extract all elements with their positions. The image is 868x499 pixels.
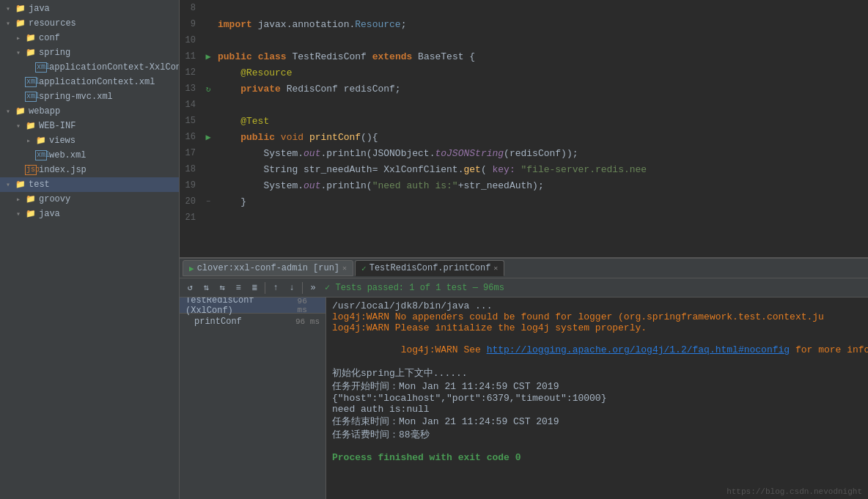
sidebar-label-views: views — [49, 136, 76, 146]
sidebar-label-resources: resources — [29, 18, 76, 29]
console-line-3: log4j:WARN Please initialize the log4j s… — [332, 322, 862, 333]
console-line-5: 初始化spring上下文中...... — [332, 366, 862, 380]
code-line-10: 10 — [180, 32, 868, 48]
sidebar-item-conf[interactable]: ▸ 📁 conf — [0, 31, 179, 45]
jsp-icon-indexjsp: jsp — [25, 165, 37, 175]
line-num-8: 8 — [180, 3, 202, 13]
gutter-11: ▶ — [202, 51, 215, 62]
line-content-17: System.out.println(JSONObject.toJSONStri… — [215, 148, 868, 159]
line-num-11: 11 — [180, 51, 202, 62]
console-line-6: 任务开始时间：Mon Jan 21 11:24:59 CST 2019 — [332, 380, 862, 393]
test-method-time: 96 ms — [295, 317, 320, 326]
tab-run[interactable]: ▶ clover:xxl-conf-admin [run] ✕ — [183, 260, 353, 276]
main-layout: ▾ 📁 java ▾ 📁 resources ▸ 📁 conf ▾ 📁 spri… — [0, 0, 868, 499]
code-lines: 8 9 import javax.annotation.Resource; 10 — [180, 0, 868, 226]
toolbar-align-btn[interactable]: ≡ — [231, 281, 246, 295]
line-content-12: @Resource — [215, 67, 868, 78]
sidebar-item-appctx-xxl[interactable]: ▸ xml applicationContext-XxlConf. — [0, 60, 179, 75]
console-toolbar: ↺ ⇅ ⇆ ≡ ≣ ↑ ↓ » ✓ Tests passed: 1 of 1 t… — [180, 278, 868, 297]
sidebar-item-springmvc[interactable]: ▸ xml spring-mvc.xml — [0, 89, 179, 104]
test-list-item-1[interactable]: TestRedisConf (XxlConf) 96 ms — [180, 297, 326, 314]
folder-icon-webapp: 📁 — [15, 106, 26, 117]
bottom-tabs-bar: ▶ clover:xxl-conf-admin [run] ✕ ✓ TestRe… — [180, 258, 868, 278]
sidebar-item-java[interactable]: ▾ 📁 java — [0, 1, 179, 16]
toolbar-up-btn[interactable]: ↑ — [268, 281, 283, 295]
tab-test-close[interactable]: ✕ — [493, 264, 498, 273]
toolbar-down-btn[interactable]: ↓ — [284, 281, 299, 295]
line-num-16: 16 — [180, 132, 202, 142]
sidebar-label-springmvc: spring-mvc.xml — [39, 92, 113, 102]
tree-arrow-groovy: ▸ — [16, 195, 25, 204]
code-line-13: 13 ↻ private RedisConf redisConf; — [180, 81, 868, 97]
sidebar-item-views[interactable]: ▸ 📁 views — [0, 133, 179, 148]
line-content-11: public class TestRedisConf extends BaseT… — [215, 51, 868, 62]
console-line-8: need auth is:null — [332, 404, 862, 415]
console-line-2: log4j:WARN No appenders could be found f… — [332, 311, 862, 322]
sidebar-item-test[interactable]: ▾ 📁 test — [0, 177, 179, 192]
toolbar-more-btn[interactable]: » — [306, 281, 320, 295]
folder-icon-views: 📁 — [35, 136, 47, 146]
sidebar-item-webxml[interactable]: ▸ xml web.xml — [0, 148, 179, 163]
console-output-panel: /usr/local/jdk8/bin/java ... log4j:WARN … — [326, 297, 868, 499]
toolbar-sep1 — [265, 282, 265, 294]
sidebar-item-indexjsp[interactable]: ▸ jsp index.jsp — [0, 163, 179, 177]
toolbar-rerun-btn[interactable]: ↺ — [183, 281, 197, 295]
code-line-12: 12 @Resource — [180, 64, 868, 81]
code-line-14: 14 — [180, 97, 868, 113]
sidebar-label-groovy: groovy — [39, 194, 70, 204]
sidebar-item-java2[interactable]: ▾ 📁 java — [0, 207, 179, 221]
folder-icon-spring: 📁 — [25, 48, 37, 58]
line-num-13: 13 — [180, 84, 202, 94]
sidebar-item-webapp[interactable]: ▾ 📁 webapp — [0, 104, 179, 119]
toolbar-align2-btn[interactable]: ≣ — [247, 281, 262, 295]
tab-run-close[interactable]: ✕ — [342, 264, 347, 273]
tree-arrow-webinf: ▾ — [16, 122, 25, 130]
code-line-8: 8 — [180, 0, 868, 16]
tree-arrow-spring: ▾ — [16, 48, 25, 57]
line-num-12: 12 — [180, 67, 202, 78]
toolbar-sort1-btn[interactable]: ⇅ — [199, 281, 213, 295]
sidebar-label-appctx: applicationContext.xml — [39, 77, 155, 87]
code-line-11: 11 ▶ public class TestRedisConf extends … — [180, 48, 868, 64]
sidebar-item-resources[interactable]: ▾ 📁 resources — [0, 16, 179, 31]
console-warn-4: log4j:WARN See — [401, 344, 487, 355]
bottom-panel: ▶ clover:xxl-conf-admin [run] ✕ ✓ TestRe… — [180, 257, 868, 499]
line-content-20: } — [215, 196, 868, 207]
sidebar-item-groovy[interactable]: ▸ 📁 groovy — [0, 192, 179, 207]
run-icon-13[interactable]: ↻ — [206, 84, 211, 94]
test-list-item-2[interactable]: printConf 96 ms — [180, 314, 326, 330]
sidebar-item-webinf[interactable]: ▾ 📁 WEB-INF — [0, 119, 179, 133]
line-content-15: @Test — [215, 116, 868, 127]
toolbar-sort2-btn[interactable]: ⇆ — [215, 281, 229, 295]
line-num-15: 15 — [180, 116, 202, 126]
gutter-20: − — [202, 198, 215, 206]
watermark: https://blog.csdn.nevodnight — [727, 487, 862, 496]
line-num-21: 21 — [180, 212, 202, 223]
console-line-10: 任务话费时间：88毫秒 — [332, 428, 862, 441]
code-line-17: 17 System.out.println(JSONObject.toJSONS… — [180, 145, 868, 161]
sidebar-item-spring[interactable]: ▾ 📁 spring — [0, 45, 179, 60]
code-line-9: 9 import javax.annotation.Resource; — [180, 16, 868, 32]
tree-arrow-java: ▾ — [6, 4, 15, 13]
sidebar-item-appctx[interactable]: ▸ xml applicationContext.xml — [0, 75, 179, 89]
run-icon-16[interactable]: ▶ — [205, 132, 210, 143]
line-num-20: 20 — [180, 196, 202, 207]
fold-icon-20[interactable]: − — [206, 198, 210, 206]
gutter-16: ▶ — [202, 132, 215, 143]
sidebar-label-test: test — [29, 180, 50, 190]
tree-arrow-resources: ▾ — [6, 19, 15, 28]
folder-icon-groovy: 📁 — [25, 194, 37, 204]
line-num-10: 10 — [180, 35, 202, 45]
test-method-label: printConf — [194, 317, 242, 327]
code-line-16: 16 ▶ public void printConf(){ — [180, 129, 868, 145]
sidebar-label-indexjsp: index.jsp — [39, 165, 87, 175]
line-num-14: 14 — [180, 100, 202, 110]
sidebar-label-conf: conf — [39, 33, 60, 43]
sidebar-label-webinf: WEB-INF — [39, 121, 76, 131]
console-link-4[interactable]: http://logging.apache.org/log4j/1.2/faq.… — [487, 344, 790, 355]
folder-icon-conf: 📁 — [25, 33, 37, 43]
code-editor: 8 9 import javax.annotation.Resource; 10 — [180, 0, 868, 257]
run-icon-11[interactable]: ▶ — [205, 51, 210, 62]
console-line-1: /usr/local/jdk8/bin/java ... — [332, 300, 862, 311]
tab-test[interactable]: ✓ TestRedisConf.printConf ✕ — [355, 260, 504, 276]
